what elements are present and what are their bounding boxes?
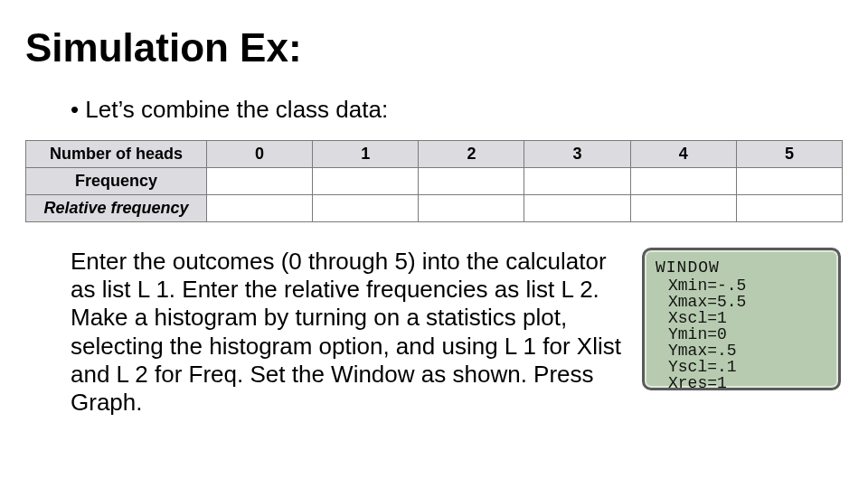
calc-line-ymax: Ymax=.5	[656, 343, 827, 359]
lower-row: Enter the outcomes (0 through 5) into th…	[71, 248, 843, 417]
cell	[419, 168, 524, 195]
calc-line-yscl: Yscl=.1	[656, 359, 827, 375]
table-row: Frequency	[26, 168, 843, 195]
slide-title: Simulation Ex:	[25, 25, 843, 70]
calculator-window-screenshot: WINDOW Xmin=-.5 Xmax=5.5 Xscl=1 Ymin=0 Y…	[642, 248, 841, 390]
cell	[736, 195, 842, 222]
cell	[630, 195, 736, 222]
cell	[524, 195, 630, 222]
cell	[207, 168, 313, 195]
cell	[630, 168, 736, 195]
calc-line-xscl: Xscl=1	[656, 310, 827, 326]
header-3: 3	[524, 141, 630, 168]
table-header-row: Number of heads 0 1 2 3 4 5	[26, 141, 843, 168]
header-0: 0	[207, 141, 313, 168]
row-label-frequency: Frequency	[26, 168, 207, 195]
row-label-relative-frequency: Relative frequency	[26, 195, 207, 222]
intro-bullet: Let’s combine the class data:	[71, 96, 843, 124]
cell	[524, 168, 630, 195]
header-5: 5	[736, 141, 842, 168]
calc-line-xres: Xres=1	[656, 375, 827, 391]
cell	[419, 195, 524, 222]
slide: Simulation Ex: Let’s combine the class d…	[0, 0, 868, 488]
cell	[736, 168, 842, 195]
header-number-of-heads: Number of heads	[26, 141, 207, 168]
cell	[207, 195, 313, 222]
header-1: 1	[313, 141, 419, 168]
calc-line-ymin: Ymin=0	[656, 326, 827, 343]
instructions-paragraph: Enter the outcomes (0 through 5) into th…	[71, 248, 622, 417]
cell	[313, 168, 419, 195]
calc-line-xmax: Xmax=5.5	[656, 294, 827, 310]
data-table: Number of heads 0 1 2 3 4 5 Frequency Re…	[25, 140, 843, 222]
calc-title: WINDOW	[656, 259, 827, 276]
cell	[313, 195, 419, 222]
table-row: Relative frequency	[26, 195, 843, 222]
header-4: 4	[630, 141, 736, 168]
header-2: 2	[419, 141, 524, 168]
calc-line-xmin: Xmin=-.5	[656, 277, 827, 294]
